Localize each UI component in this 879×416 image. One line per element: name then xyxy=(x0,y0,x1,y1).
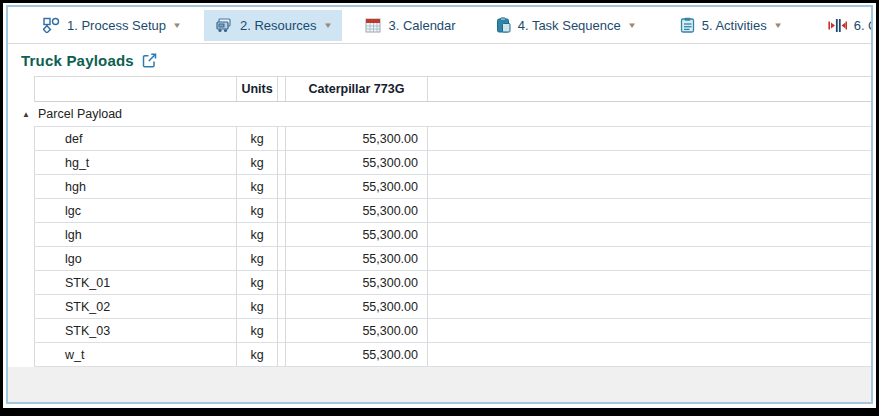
external-link-icon[interactable] xyxy=(142,53,157,68)
row-value[interactable]: 55,300.00 xyxy=(285,295,428,318)
row-name[interactable]: hg_t xyxy=(34,151,236,174)
row-units[interactable]: kg xyxy=(236,175,278,198)
row-units[interactable]: kg xyxy=(236,127,278,150)
payload-table: Units Caterpillar 773G ▲ Parcel Payload … xyxy=(8,76,871,402)
row-name[interactable]: STK_03 xyxy=(34,319,236,342)
chevron-down-icon: ▼ xyxy=(323,21,333,30)
main-tab-bar: 1. Process Setup ▼ 2. Resources ▼ xyxy=(8,7,871,44)
row-value[interactable]: 55,300.00 xyxy=(285,247,428,270)
row-name[interactable]: lgh xyxy=(34,223,236,246)
row-value[interactable]: 55,300.00 xyxy=(285,151,428,174)
tab-label: 4. Task Sequence xyxy=(518,18,621,33)
row-name[interactable]: def xyxy=(34,127,236,150)
row-name[interactable]: w_t xyxy=(34,343,236,366)
row-value[interactable]: 55,300.00 xyxy=(285,343,428,366)
table-row[interactable]: lgc kg 55,300.00 xyxy=(8,199,871,223)
row-name[interactable]: lgo xyxy=(34,247,236,270)
calendar-icon xyxy=(365,18,381,33)
resources-icon xyxy=(215,17,233,33)
constraints-icon xyxy=(828,18,847,33)
collapse-triangle-icon[interactable]: ▲ xyxy=(22,111,30,119)
row-name[interactable]: lgc xyxy=(34,199,236,222)
table-row[interactable]: w_t kg 55,300.00 xyxy=(8,343,871,367)
tab-label: 5. Activities xyxy=(702,18,767,33)
row-units[interactable]: kg xyxy=(236,151,278,174)
row-name[interactable]: STK_01 xyxy=(34,271,236,294)
row-value[interactable]: 55,300.00 xyxy=(285,271,428,294)
chevron-down-icon: ▼ xyxy=(773,21,783,30)
panel-header: Truck Payloads xyxy=(8,44,871,76)
row-units[interactable]: kg xyxy=(236,247,278,270)
table-row[interactable]: hgh kg 55,300.00 xyxy=(8,175,871,199)
table-row[interactable]: lgo kg 55,300.00 xyxy=(8,247,871,271)
table-footer-area xyxy=(8,367,871,402)
app-panel: 1. Process Setup ▼ 2. Resources ▼ xyxy=(6,5,873,404)
task-sequence-icon xyxy=(496,17,511,33)
table-header-row: Units Caterpillar 773G xyxy=(8,76,871,102)
tab-label: 6. Constraints xyxy=(854,18,873,33)
column-header-equipment[interactable]: Caterpillar 773G xyxy=(285,77,428,101)
column-header-name[interactable] xyxy=(34,77,236,101)
tab-label: 3. Calendar xyxy=(388,18,455,33)
row-value[interactable]: 55,300.00 xyxy=(285,175,428,198)
table-row[interactable]: STK_03 kg 55,300.00 xyxy=(8,319,871,343)
tab-task-sequence[interactable]: 4. Task Sequence ▼ xyxy=(485,10,647,41)
table-row[interactable]: STK_02 kg 55,300.00 xyxy=(8,295,871,319)
tab-label: 2. Resources xyxy=(240,18,317,33)
table-row[interactable]: hg_t kg 55,300.00 xyxy=(8,151,871,175)
table-row[interactable]: STK_01 kg 55,300.00 xyxy=(8,271,871,295)
row-value[interactable]: 55,300.00 xyxy=(285,319,428,342)
tab-label: 1. Process Setup xyxy=(67,18,166,33)
table-row[interactable]: lgh kg 55,300.00 xyxy=(8,223,871,247)
row-name[interactable]: STK_02 xyxy=(34,295,236,318)
row-units[interactable]: kg xyxy=(236,271,278,294)
tab-constraints[interactable]: 6. Constraints ▼ xyxy=(817,10,873,41)
process-setup-icon xyxy=(43,17,60,33)
row-units[interactable]: kg xyxy=(236,223,278,246)
chevron-down-icon: ▼ xyxy=(627,21,637,30)
row-units[interactable]: kg xyxy=(236,295,278,318)
row-units[interactable]: kg xyxy=(236,319,278,342)
row-units[interactable]: kg xyxy=(236,343,278,366)
row-value[interactable]: 55,300.00 xyxy=(285,223,428,246)
page-title: Truck Payloads xyxy=(21,52,134,69)
tab-resources[interactable]: 2. Resources ▼ xyxy=(204,10,343,41)
tab-calendar[interactable]: 3. Calendar xyxy=(354,10,466,41)
tab-activities[interactable]: 5. Activities ▼ xyxy=(669,10,793,41)
row-value[interactable]: 55,300.00 xyxy=(285,199,428,222)
table-row[interactable]: def kg 55,300.00 xyxy=(8,127,871,151)
chevron-down-icon: ▼ xyxy=(172,21,182,30)
row-units[interactable]: kg xyxy=(236,199,278,222)
row-name[interactable]: hgh xyxy=(34,175,236,198)
row-value[interactable]: 55,300.00 xyxy=(285,127,428,150)
app-window: 1. Process Setup ▼ 2. Resources ▼ xyxy=(0,0,879,416)
group-row-parcel-payload[interactable]: ▲ Parcel Payload xyxy=(8,102,871,127)
column-header-units[interactable]: Units xyxy=(236,77,278,101)
group-label: Parcel Payload xyxy=(34,102,122,126)
tab-process-setup[interactable]: 1. Process Setup ▼ xyxy=(32,10,192,41)
activities-icon xyxy=(680,17,695,33)
